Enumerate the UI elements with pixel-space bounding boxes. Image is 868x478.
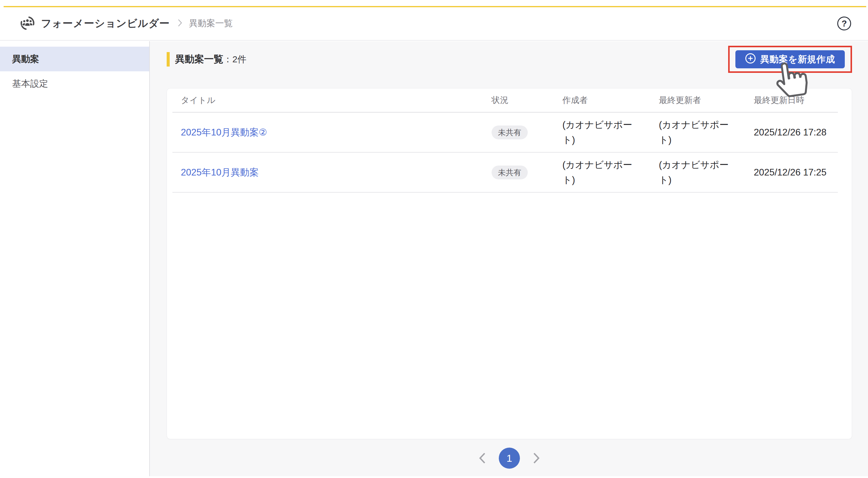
transfer-plans-table: タイトル 状況 作成者 最終更新者 最終更新日時 2025年10月異動案② 未共… (173, 89, 838, 193)
breadcrumb-current: 異動案一覧 (189, 18, 233, 30)
plan-link[interactable]: 2025年10月異動案 (181, 167, 258, 178)
status-badge: 未共有 (492, 166, 528, 179)
sidebar: 異動案 基本設定 (0, 41, 150, 478)
create-plan-button[interactable]: 異動案を新規作成 (735, 50, 845, 68)
sidebar-item-basic-settings[interactable]: 基本設定 (0, 71, 149, 96)
help-button[interactable]: ? (837, 16, 851, 30)
column-header-title: タイトル (173, 89, 483, 112)
app-title: フォーメーションビルダー (41, 16, 170, 30)
table-header-row: タイトル 状況 作成者 最終更新者 最終更新日時 (173, 89, 838, 112)
page-number: 1 (507, 452, 513, 464)
question-mark-icon: ? (841, 19, 847, 29)
transfer-plans-card: タイトル 状況 作成者 最終更新者 最終更新日時 2025年10月異動案② 未共… (167, 88, 852, 439)
create-plan-button-label: 異動案を新規作成 (760, 53, 835, 66)
updated-at-cell: 2025/12/26 17:25 (745, 152, 838, 192)
status-badge: 未共有 (492, 126, 528, 139)
column-header-last-updated-by: 最終更新者 (650, 89, 745, 112)
sidebar-item-label: 異動案 (12, 53, 39, 65)
last-updated-by-cell: (カオナビサポート) (659, 158, 731, 187)
creator-cell: (カオナビサポート) (562, 158, 635, 187)
annotation-highlight-box: 異動案を新規作成 (728, 46, 852, 73)
prev-page-button[interactable] (478, 452, 486, 464)
title-accent-bar (167, 52, 170, 67)
table-row: 2025年10月異動案② 未共有 (カオナビサポート) (カオナビサポート) 2… (173, 112, 838, 152)
next-page-button[interactable] (532, 452, 540, 464)
page-title: 異動案一覧 (175, 53, 223, 66)
pagination: 1 (167, 448, 852, 469)
brand-people-icon (21, 15, 41, 32)
column-header-creator: 作成者 (554, 89, 650, 112)
plan-link[interactable]: 2025年10月異動案② (181, 127, 267, 138)
chevron-right-icon (532, 452, 540, 464)
plus-circle-icon (745, 53, 756, 66)
column-header-updated-at: 最終更新日時 (745, 89, 838, 112)
page-1-button[interactable]: 1 (499, 448, 520, 469)
updated-at-cell: 2025/12/26 17:28 (745, 112, 838, 152)
page-title-count: ：2件 (223, 53, 247, 66)
breadcrumb-chevron-icon (170, 19, 189, 28)
sidebar-item-transfer-plans[interactable]: 異動案 (0, 47, 149, 71)
top-accent-line (4, 6, 866, 7)
table-row: 2025年10月異動案 未共有 (カオナビサポート) (カオナビサポート) 20… (173, 152, 838, 192)
main-content: 異動案一覧 ：2件 異動案を新規作成 (150, 41, 868, 478)
bottom-edge (0, 476, 868, 478)
last-updated-by-cell: (カオナビサポート) (659, 117, 731, 147)
sidebar-item-label: 基本設定 (12, 78, 48, 90)
creator-cell: (カオナビサポート) (562, 117, 635, 147)
chevron-left-icon (478, 452, 486, 464)
column-header-status: 状況 (483, 89, 554, 112)
